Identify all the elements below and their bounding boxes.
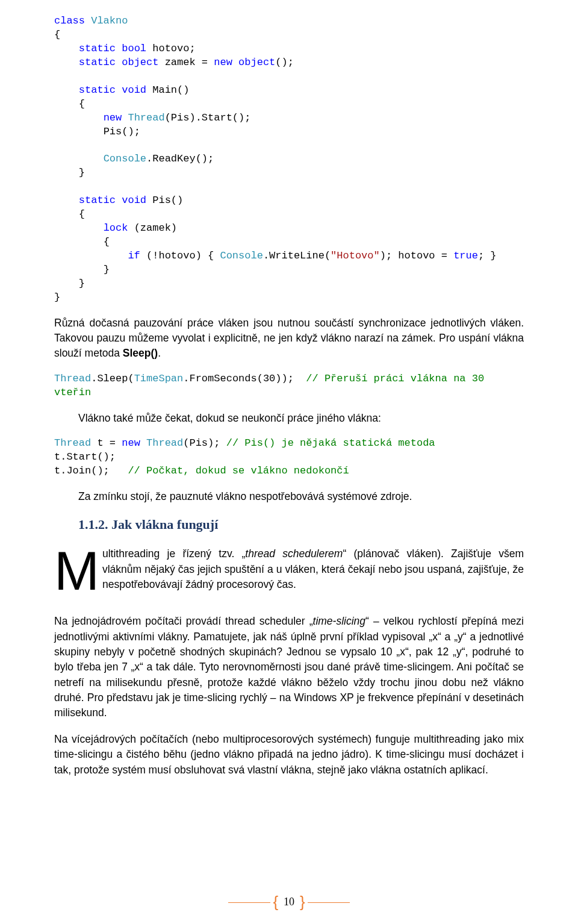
paragraph-dropcap: M ultithreading je řízený tzv. „thread s… [54, 546, 524, 601]
paragraph-2: Vlákno také může čekat, dokud se neukonč… [78, 411, 524, 426]
code-block-1: class Vlakno { static bool hotovo; stati… [54, 14, 524, 305]
page-number: { 10 } [0, 889, 578, 912]
paragraph-5: Na vícejádrových počítačích (nebo multip… [54, 732, 524, 778]
code-block-3: Thread t = new Thread(Pis); // Pis() je … [54, 437, 524, 478]
heading-1-1-2: 1.1.2. Jak vlákna fungují [78, 515, 524, 534]
code-block-2: Thread.Sleep(TimeSpan.FromSeconds(30)); … [54, 372, 524, 400]
paragraph-4: Na jednojádrovém počítači provádí thread… [54, 614, 524, 721]
dropcap-letter: M [54, 546, 102, 592]
paragraph-3: Za zmínku stojí, že pauznuté vlákno nesp… [78, 489, 524, 504]
paragraph-1: Různá dočasná pauzování práce vláken jso… [54, 316, 524, 361]
